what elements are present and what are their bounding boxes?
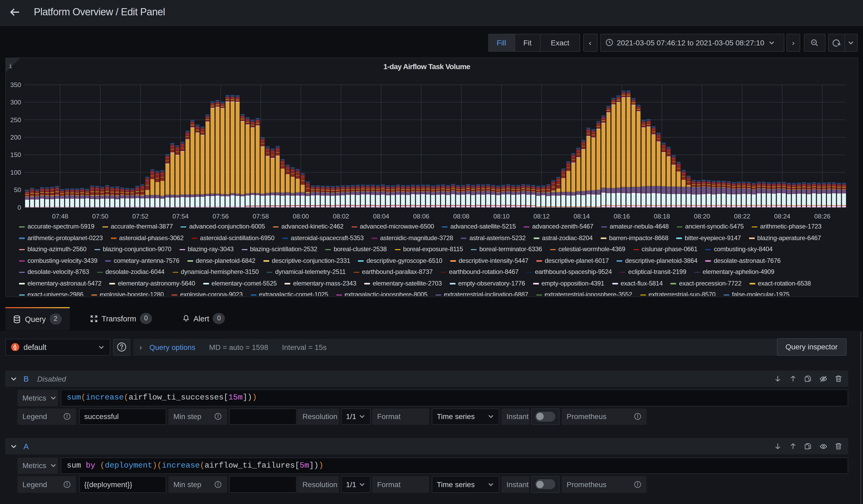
svg-text:07:52: 07:52 [132, 212, 148, 219]
svg-text:08:18: 08:18 [653, 212, 670, 219]
svg-text:08:04: 08:04 [373, 212, 389, 219]
svg-text:200: 200 [10, 134, 21, 141]
svg-text:50: 50 [14, 186, 21, 193]
svg-text:08:00: 08:00 [292, 212, 309, 219]
svg-text:08:16: 08:16 [613, 212, 630, 219]
svg-text:08:12: 08:12 [533, 212, 549, 219]
svg-text:08:02: 08:02 [333, 212, 349, 219]
svg-text:08:20: 08:20 [693, 212, 710, 219]
svg-text:100: 100 [10, 168, 21, 176]
svg-text:08:24: 08:24 [774, 212, 790, 219]
svg-text:350: 350 [10, 81, 21, 88]
svg-text:07:50: 07:50 [92, 212, 108, 219]
svg-text:0: 0 [17, 204, 21, 211]
svg-text:08:26: 08:26 [814, 212, 830, 219]
svg-text:08:08: 08:08 [453, 212, 469, 219]
svg-text:08:22: 08:22 [734, 212, 750, 219]
svg-text:300: 300 [10, 98, 21, 105]
svg-text:08:14: 08:14 [573, 212, 590, 219]
svg-text:08:06: 08:06 [413, 212, 429, 219]
svg-text:150: 150 [10, 151, 21, 158]
svg-text:07:58: 07:58 [252, 212, 269, 219]
svg-text:07:54: 07:54 [172, 212, 188, 219]
svg-text:07:48: 07:48 [52, 212, 68, 219]
svg-text:08:10: 08:10 [493, 212, 509, 219]
svg-text:07:56: 07:56 [212, 212, 228, 219]
svg-text:250: 250 [10, 116, 21, 123]
